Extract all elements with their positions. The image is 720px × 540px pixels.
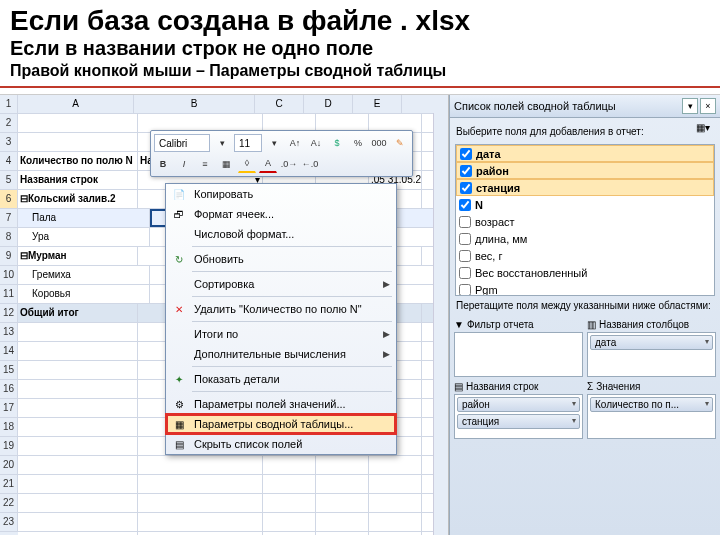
ctx-pivot-params[interactable]: ▦Параметры сводной таблицы... xyxy=(166,414,396,434)
ctx-show-details[interactable]: ✦Показать детали xyxy=(166,369,396,389)
font-size-combo[interactable]: 11 xyxy=(234,134,262,152)
paintbrush-icon[interactable]: ✎ xyxy=(391,134,409,152)
field-chip[interactable]: дата xyxy=(590,335,713,350)
settings-icon: ⚙ xyxy=(168,395,190,413)
row-header[interactable]: 6 xyxy=(0,190,18,209)
row-header[interactable]: 3 xyxy=(0,133,18,152)
row-header[interactable]: 21 xyxy=(0,475,18,494)
shrink-font-icon[interactable]: A↓ xyxy=(307,134,325,152)
field-list-item[interactable]: дата xyxy=(456,145,714,162)
field-checkbox[interactable] xyxy=(460,148,472,160)
row-header[interactable]: 14 xyxy=(0,342,18,361)
ctx-refresh[interactable]: ↻Обновить xyxy=(166,249,396,269)
row-header[interactable]: 5 xyxy=(0,171,18,190)
row-header[interactable]: 20 xyxy=(0,456,18,475)
row-header[interactable]: 10 xyxy=(0,266,18,285)
close-icon[interactable]: × xyxy=(700,98,716,114)
field-checkbox[interactable] xyxy=(459,233,471,245)
increase-decimal-icon[interactable]: .0→ xyxy=(280,155,298,173)
fields-caption: Выберите поля для добавления в отчет: xyxy=(456,126,696,137)
comma-format-icon[interactable]: 000 xyxy=(370,134,388,152)
dropdown-icon[interactable]: ▾ xyxy=(682,98,698,114)
row-header[interactable]: 8 xyxy=(0,228,18,247)
accounting-format-icon[interactable]: $ xyxy=(328,134,346,152)
row-header[interactable]: 18 xyxy=(0,418,18,437)
row-headers: 1234567891011121314151617181920212223 xyxy=(0,95,18,535)
row-header[interactable]: 15 xyxy=(0,361,18,380)
col-header[interactable]: D xyxy=(304,95,353,113)
field-checkbox[interactable] xyxy=(460,165,472,177)
values-zone[interactable]: Количество по п... xyxy=(587,394,716,439)
row-header[interactable]: 2 xyxy=(0,114,18,133)
row-header[interactable]: 4 xyxy=(0,152,18,171)
ctx-sort[interactable]: Сортировка▶ xyxy=(166,274,396,294)
row-header[interactable]: 17 xyxy=(0,399,18,418)
row-header[interactable]: 12 xyxy=(0,304,18,323)
field-list-item[interactable]: длина, мм xyxy=(456,230,714,247)
grow-font-icon[interactable]: A↑ xyxy=(286,134,304,152)
field-list-item[interactable]: N xyxy=(456,196,714,213)
row-header[interactable]: 16 xyxy=(0,380,18,399)
col-header[interactable]: C xyxy=(255,95,304,113)
ctx-hide-field-list[interactable]: ▤Скрыть список полей xyxy=(166,434,396,454)
row-header[interactable]: 1 xyxy=(0,95,18,114)
row-header[interactable]: 13 xyxy=(0,323,18,342)
field-list-item[interactable]: Вес восстановленный xyxy=(456,264,714,281)
field-list[interactable]: датарайонстанцияNвозрастдлина, ммвес, гВ… xyxy=(455,144,715,296)
ctx-additional-calc[interactable]: Дополнительные вычисления▶ xyxy=(166,344,396,364)
decrease-decimal-icon[interactable]: ←.0 xyxy=(301,155,319,173)
field-checkbox[interactable] xyxy=(459,250,471,262)
border-icon[interactable]: ▦ xyxy=(217,155,235,173)
field-checkbox[interactable] xyxy=(459,284,471,296)
field-checkbox[interactable] xyxy=(459,199,471,211)
excel-workspace: 1234567891011121314151617181920212223 A … xyxy=(0,94,720,535)
copy-icon: 📄 xyxy=(168,185,190,203)
row-header[interactable]: 9 xyxy=(0,247,18,266)
italic-icon[interactable]: I xyxy=(175,155,193,173)
filter-zone[interactable] xyxy=(454,332,583,377)
ctx-format-cells[interactable]: 🗗Формат ячеек... xyxy=(166,204,396,224)
slide-subtitle2: Правой кнопкой мыши – Параметры сводной … xyxy=(0,60,720,86)
field-list-item[interactable]: возраст xyxy=(456,213,714,230)
ctx-number-format[interactable]: Числовой формат... xyxy=(166,224,396,244)
filter-icon: ▼ xyxy=(454,319,464,330)
divider-red xyxy=(0,86,720,88)
dropdown-icon[interactable]: ▾ xyxy=(213,134,231,152)
field-checkbox[interactable] xyxy=(459,267,471,279)
row-header[interactable]: 7 xyxy=(0,209,18,228)
ctx-totals[interactable]: Итоги по▶ xyxy=(166,324,396,344)
dropdown-icon[interactable]: ▾ xyxy=(265,134,283,152)
scrollbar-vertical[interactable] xyxy=(433,113,448,535)
ctx-field-params[interactable]: ⚙Параметры полей значений... xyxy=(166,394,396,414)
chevron-right-icon: ▶ xyxy=(383,349,390,359)
field-list-item[interactable]: район xyxy=(456,162,714,179)
row-header[interactable]: 22 xyxy=(0,494,18,513)
col-header[interactable]: A xyxy=(18,95,134,113)
pivot-field-list-pane: Список полей сводной таблицы ▾ × Выберит… xyxy=(449,95,720,535)
font-color-icon[interactable]: A xyxy=(259,154,277,173)
bold-icon[interactable]: B xyxy=(154,155,172,173)
fill-color-icon[interactable]: ◊ xyxy=(238,154,256,173)
layout-options-icon[interactable]: ▦▾ xyxy=(696,122,714,140)
col-header[interactable]: E xyxy=(353,95,402,113)
field-list-item[interactable]: Pgm xyxy=(456,281,714,296)
field-checkbox[interactable] xyxy=(460,182,472,194)
row-header[interactable]: 23 xyxy=(0,513,18,532)
percent-format-icon[interactable]: % xyxy=(349,134,367,152)
worksheet-grid[interactable]: 1234567891011121314151617181920212223 A … xyxy=(0,95,449,535)
ctx-delete-field[interactable]: ✕Удалить "Количество по полю N" xyxy=(166,299,396,319)
field-chip[interactable]: станция xyxy=(457,414,580,429)
font-name-combo[interactable]: Calibri xyxy=(154,134,210,152)
field-list-item[interactable]: станция xyxy=(456,179,714,196)
field-chip[interactable]: район xyxy=(457,397,580,412)
align-center-icon[interactable]: ≡ xyxy=(196,155,214,173)
rows-zone[interactable]: район станция xyxy=(454,394,583,439)
columns-zone[interactable]: дата xyxy=(587,332,716,377)
row-header[interactable]: 19 xyxy=(0,437,18,456)
row-header[interactable]: 11 xyxy=(0,285,18,304)
ctx-copy[interactable]: 📄Копировать xyxy=(166,184,396,204)
field-list-item[interactable]: вес, г xyxy=(456,247,714,264)
field-chip[interactable]: Количество по п... xyxy=(590,397,713,412)
col-header[interactable]: B xyxy=(134,95,255,113)
field-checkbox[interactable] xyxy=(459,216,471,228)
